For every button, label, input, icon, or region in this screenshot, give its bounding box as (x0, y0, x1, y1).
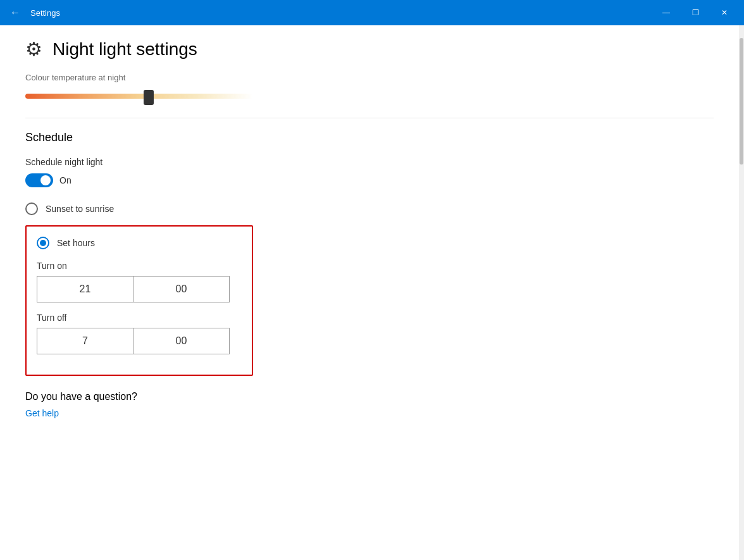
schedule-toggle-row: On (25, 173, 714, 187)
maximize-icon: ❐ (692, 8, 699, 17)
minimize-button[interactable]: — (652, 0, 681, 25)
gear-icon: ⚙ (25, 38, 42, 60)
titlebar: ← Settings — ❐ ✕ (0, 0, 744, 25)
set-hours-radio-label: Set hours (57, 238, 95, 248)
slider-track (25, 94, 253, 99)
main-content: ⚙ Night light settings Colour temperatur… (0, 25, 739, 560)
back-button[interactable]: ← (5, 3, 25, 23)
set-hours-box: Set hours Turn on 21 00 Turn off (25, 225, 253, 376)
turn-off-label: Turn off (37, 313, 242, 323)
scrollbar-thumb[interactable] (740, 38, 743, 165)
turn-on-time-inputs: 21 00 (37, 276, 230, 302)
set-hours-radio-option[interactable]: Set hours (37, 237, 242, 249)
help-section: Do you have a question? Get help (25, 391, 714, 419)
turn-off-hour-input[interactable]: 7 (37, 328, 133, 354)
sunset-radio-circle (25, 202, 38, 215)
titlebar-title: Settings (28, 8, 652, 18)
set-hours-radio-circle (37, 237, 49, 249)
sunset-option[interactable]: Sunset to sunrise (25, 202, 714, 215)
maximize-button[interactable]: ❐ (681, 0, 710, 25)
sunset-radio-label: Sunset to sunrise (46, 204, 114, 214)
toggle-state-text: On (59, 175, 71, 185)
turn-on-label: Turn on (37, 261, 242, 271)
schedule-toggle[interactable] (25, 173, 53, 187)
get-help-link[interactable]: Get help (25, 408, 59, 418)
window-body: ⚙ Night light settings Colour temperatur… (0, 25, 744, 560)
slider-thumb[interactable] (144, 90, 154, 105)
page-header: ⚙ Night light settings (25, 38, 714, 60)
turn-off-group: Turn off 7 00 (37, 313, 242, 354)
color-temp-label: Colour temperature at night (25, 73, 714, 82)
page-title: Night light settings (53, 39, 197, 59)
toggle-thumb (40, 175, 51, 185)
turn-off-time-inputs: 7 00 (37, 328, 230, 354)
turn-off-minute-input[interactable]: 00 (133, 328, 229, 354)
set-hours-radio-inner (40, 240, 46, 246)
question-heading: Do you have a question? (25, 391, 714, 402)
color-temp-slider-container (25, 90, 714, 103)
turn-on-hour-input[interactable]: 21 (37, 277, 133, 302)
divider-1 (25, 118, 714, 118)
scrollbar[interactable] (739, 25, 744, 560)
close-icon: ✕ (721, 8, 728, 17)
minimize-icon: — (662, 8, 670, 17)
schedule-heading: Schedule (25, 131, 714, 144)
color-temp-slider[interactable] (25, 90, 253, 103)
turn-on-minute-input[interactable]: 00 (133, 277, 229, 302)
turn-on-group: Turn on 21 00 (37, 261, 242, 302)
close-button[interactable]: ✕ (710, 0, 739, 25)
schedule-night-light-label: Schedule night light (25, 157, 714, 167)
titlebar-controls: — ❐ ✕ (652, 0, 739, 25)
back-icon: ← (10, 7, 20, 18)
